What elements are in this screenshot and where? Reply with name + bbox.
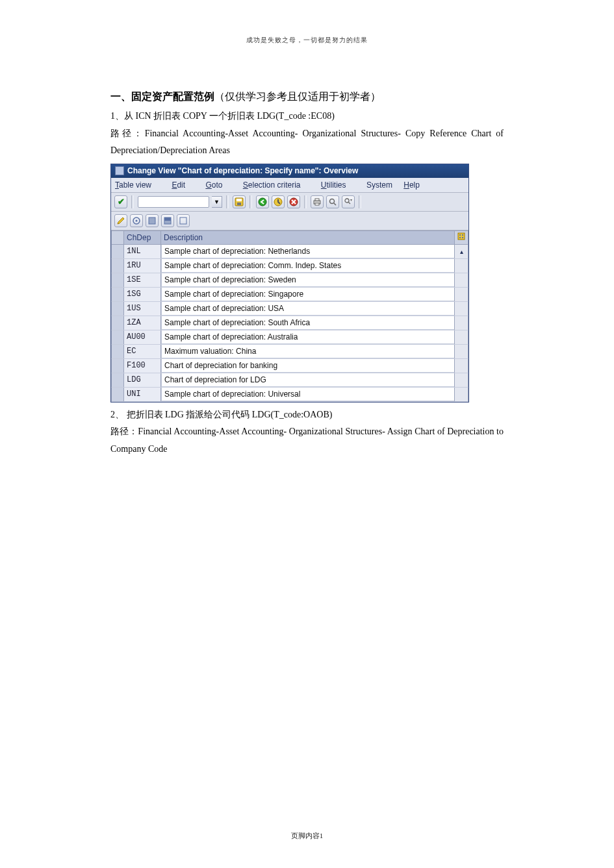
heading-paren: （仅供学习参考且仅适用于初学者） [214,91,381,102]
scrollbar-track[interactable] [454,359,468,373]
svg-rect-18 [180,217,186,224]
row-select-handle[interactable] [112,345,124,358]
menu-edit[interactable]: Edit [172,180,194,190]
scrollbar-track[interactable] [454,388,468,401]
cell-chdep[interactable]: F100 [124,359,161,373]
cell-chdep[interactable]: 1ZA [124,316,161,330]
command-dropdown[interactable]: ▼ [212,196,222,208]
save-button[interactable] [233,195,246,208]
cell-description[interactable]: Sample chart of depreciation: South Afri… [161,316,454,330]
deselect-all-button[interactable] [177,214,190,227]
menu-utilities[interactable]: Utilities [321,180,355,190]
svg-point-9 [330,199,335,203]
header-select-col [112,231,124,244]
table-row[interactable]: ECMaximum valuation: China [111,345,468,359]
toolbar-separator [304,195,307,208]
cell-description[interactable]: Sample chart of depreciation: Sweden [161,273,454,287]
select-all-button[interactable] [146,214,159,227]
svg-point-11 [345,199,349,203]
page-footer: 页脚内容1 [0,831,614,841]
table-row[interactable]: 1USSample chart of depreciation: USA [111,302,468,316]
header-description[interactable]: Description [161,231,454,244]
table-row[interactable]: F100Chart of depreciation for banking [111,359,468,373]
command-field[interactable] [138,196,209,208]
find-button[interactable] [326,195,339,208]
row-select-handle[interactable] [112,330,124,344]
scrollbar-track[interactable] [454,288,468,301]
row-select-handle[interactable] [112,245,124,258]
svg-rect-20 [459,234,461,236]
menu-table-view[interactable]: Table view [115,180,160,190]
row-select-handle[interactable] [112,288,124,301]
cell-description[interactable]: Maximum valuation: China [161,345,454,358]
scroll-up-button[interactable]: ▴ [454,245,468,258]
svg-rect-21 [462,234,463,236]
change-button[interactable] [114,214,127,227]
table-row[interactable]: UNISample chart of depreciation: Univers… [111,388,468,402]
svg-rect-1 [237,199,242,201]
toolbar-separator [249,195,252,208]
cell-chdep[interactable]: EC [124,345,161,358]
cell-chdep[interactable]: 1SG [124,288,161,301]
cell-description[interactable]: Chart of depreciation for LDG [161,373,454,387]
cell-description[interactable]: Sample chart of depreciation: Universal [161,388,454,401]
step2-path: 路径：Financial Accounting-Asset Accounting… [110,423,504,458]
scrollbar-track[interactable] [454,259,468,273]
table-row[interactable]: 1ZASample chart of depreciation: South A… [111,316,468,330]
scrollbar-track[interactable] [454,273,468,287]
print-button[interactable] [311,195,324,208]
cell-chdep[interactable]: LDG [124,373,161,387]
svg-rect-23 [462,237,463,238]
scrollbar-track[interactable] [454,373,468,387]
sap-menubar: Table view Edit Goto Selection criteria … [111,178,468,193]
exit-button[interactable] [272,195,285,208]
cell-description[interactable]: Chart of depreciation for banking [161,359,454,373]
table-row[interactable]: 1NLSample chart of depreciation: Netherl… [111,245,468,259]
cell-chdep[interactable]: 1RU [124,259,161,273]
cell-chdep[interactable]: 1SE [124,273,161,287]
row-select-handle[interactable] [112,259,124,273]
row-select-handle[interactable] [112,273,124,287]
row-select-handle[interactable] [112,388,124,401]
table-row[interactable]: 1SESample chart of depreciation: Sweden [111,273,468,288]
table-settings-button[interactable] [454,231,468,244]
other-entry-button[interactable] [130,214,143,227]
table-row[interactable]: LDGChart of depreciation for LDG [111,373,468,388]
menu-help[interactable]: Help [403,180,429,190]
menu-selection-criteria[interactable]: Selection criteria [243,180,310,190]
scrollbar-track[interactable] [454,345,468,358]
table-row[interactable]: 1SGSample chart of depreciation: Singapo… [111,288,468,302]
row-select-handle[interactable] [112,359,124,373]
sap-titlebar: Change View "Chart of depreciation: Spec… [111,164,468,178]
enter-button[interactable]: ✔ [114,195,127,208]
cell-description[interactable]: Sample chart of depreciation: Comm. Inde… [161,259,454,273]
cell-chdep[interactable]: AU00 [124,330,161,344]
row-select-handle[interactable] [112,316,124,330]
cell-description[interactable]: Sample chart of depreciation: Australia [161,330,454,344]
find-next-button[interactable] [342,195,355,208]
cell-chdep[interactable]: UNI [124,388,161,401]
cell-description[interactable]: Sample chart of depreciation: Netherland… [161,245,454,258]
cell-chdep[interactable]: 1US [124,302,161,316]
cell-chdep[interactable]: 1NL [124,245,161,258]
cancel-button[interactable] [287,195,300,208]
row-select-handle[interactable] [112,373,124,387]
cell-description[interactable]: Sample chart of depreciation: USA [161,302,454,316]
row-select-handle[interactable] [112,302,124,316]
header-chdep[interactable]: ChDep [124,231,161,244]
svg-rect-17 [164,217,171,221]
menu-system[interactable]: System [366,180,392,190]
back-button[interactable] [256,195,269,208]
scrollbar-track[interactable] [454,302,468,316]
svg-rect-22 [459,237,461,238]
svg-point-14 [136,219,138,221]
svg-point-3 [259,198,266,206]
scrollbar-track[interactable] [454,316,468,330]
table-row[interactable]: 1RUSample chart of depreciation: Comm. I… [111,259,468,273]
table-row[interactable]: AU00Sample chart of depreciation: Austra… [111,330,468,345]
scrollbar-track[interactable] [454,330,468,344]
cell-description[interactable]: Sample chart of depreciation: Singapore [161,288,454,301]
heading-bold: 一、固定资产配置范例 [110,91,214,102]
select-block-button[interactable] [161,214,174,227]
menu-goto[interactable]: Goto [205,180,231,190]
